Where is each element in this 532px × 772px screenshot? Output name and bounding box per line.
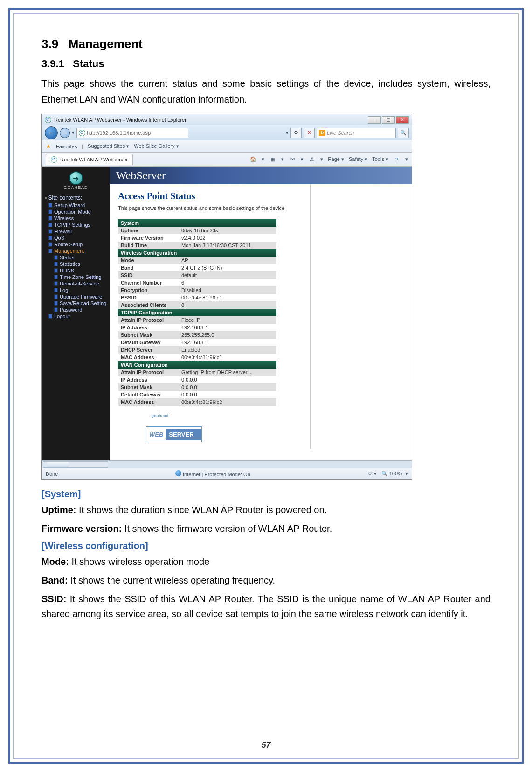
row-key: IP Address xyxy=(118,324,179,331)
sidebar-item-firewall[interactable]: Firewall xyxy=(44,228,108,235)
sidebar-item-save-reload-setting[interactable]: Save/Reload Setting xyxy=(44,300,108,306)
row-key: Build Time xyxy=(118,242,179,249)
sidebar-item-ddns[interactable]: DDNS xyxy=(44,267,108,274)
protected-mode-icon[interactable]: 🛡 ▾ xyxy=(367,471,377,476)
cmd-safety[interactable]: Safety ▾ xyxy=(349,156,367,162)
site-icon xyxy=(79,130,85,136)
folder-icon xyxy=(54,275,58,279)
row-value: 0.0.0.0 xyxy=(179,376,276,383)
sidebar-header: ▪ Site contents: xyxy=(44,194,108,202)
nav-dropdown-icon[interactable]: ▾ xyxy=(72,130,75,136)
table-row: ModeAP xyxy=(118,257,276,264)
row-key: SSID xyxy=(118,271,179,279)
status-left: Done xyxy=(46,471,58,477)
close-button[interactable]: ✕ xyxy=(396,116,409,124)
def-firmware: Firmware version: It shows the firmware … xyxy=(41,521,491,536)
back-button[interactable]: ← xyxy=(45,126,58,139)
sidebar-item-status[interactable]: Status xyxy=(44,254,108,261)
search-placeholder: Live Search xyxy=(327,130,354,136)
cmd-tools[interactable]: Tools ▾ xyxy=(372,156,388,162)
table-row: IP Address0.0.0.0 xyxy=(118,376,276,383)
feeds-icon[interactable]: ▦ xyxy=(269,156,276,163)
sidebar-item-wireless[interactable]: Wireless xyxy=(44,215,108,222)
navigation-bar: ← → ▾ http://192.168.1.1/home.asp ▾ ⟳ ✕ … xyxy=(42,125,412,140)
row-value: 192.168.1.1 xyxy=(179,324,276,331)
badge-top-text: goahead xyxy=(132,413,188,418)
sidebar-item-qos[interactable]: QoS xyxy=(44,235,108,241)
minimize-button[interactable]: – xyxy=(368,116,381,124)
status-table: SystemUptime0day:1h:6m:23sFirmware Versi… xyxy=(118,219,276,406)
sidebar-item-denial-of-service[interactable]: Denial-of-Service xyxy=(44,280,108,287)
sidebar-item-upgrade-firmware[interactable]: Upgrade Firmware xyxy=(44,293,108,300)
mail-icon[interactable]: ✉ xyxy=(289,156,296,163)
sidebar-item-log[interactable]: Log xyxy=(44,287,108,293)
row-key: Attain IP Protocol xyxy=(118,369,179,376)
sidebar-item-setup-wizard[interactable]: Setup Wizard xyxy=(44,202,108,209)
search-box[interactable]: b Live Search xyxy=(317,128,396,138)
row-key: Encryption xyxy=(118,286,179,294)
row-key: Uptime xyxy=(118,227,179,234)
folder-icon xyxy=(48,249,52,253)
favorites-label[interactable]: Favorites xyxy=(56,144,77,149)
sidebar-item-logout[interactable]: Logout xyxy=(44,313,108,320)
folder-icon xyxy=(48,242,52,247)
row-key: DHCP Server xyxy=(118,346,179,354)
sidebar-item-operation-mode[interactable]: Operation Mode xyxy=(44,209,108,215)
row-value: 6 xyxy=(179,279,276,286)
sidebar: ➜ GOAHEAD ▪ Site contents: Setup WizardO… xyxy=(42,167,110,460)
home-icon[interactable]: 🏠 xyxy=(249,156,257,163)
row-key: Subnet Mask xyxy=(118,331,179,339)
row-value: 00:e0:4c:81:96:c1 xyxy=(179,354,276,361)
search-button[interactable]: 🔍 xyxy=(398,128,409,138)
folder-icon xyxy=(54,307,58,312)
addr-dropdown-icon[interactable]: ▾ xyxy=(286,130,289,136)
table-row: Band2.4 GHz (B+G+N) xyxy=(118,264,276,271)
sidebar-item-tcp-ip-settings[interactable]: TCP/IP Settings xyxy=(44,222,108,228)
zoom-icon[interactable]: 🔍 xyxy=(381,471,388,476)
row-value: 255.255.255.0 xyxy=(179,331,276,339)
table-row: Uptime0day:1h:6m:23s xyxy=(118,227,276,234)
cmd-page[interactable]: Page ▾ xyxy=(328,156,344,162)
print-icon[interactable]: 🖶 xyxy=(308,156,316,163)
maximize-button[interactable]: ▢ xyxy=(382,116,395,124)
webserver-app: ➜ GOAHEAD ▪ Site contents: Setup WizardO… xyxy=(42,167,412,460)
row-value: 0 xyxy=(179,301,276,309)
fav-link-suggested[interactable]: Suggested Sites ▾ xyxy=(88,143,129,149)
section-number: 3.9 xyxy=(41,37,58,51)
subsection-heading: 3.9.1 Status xyxy=(41,58,491,70)
sidebar-item-management[interactable]: Management xyxy=(44,248,108,254)
table-section-header: WAN Configuration xyxy=(118,361,276,369)
refresh-button[interactable]: ⟳ xyxy=(290,128,302,138)
row-value: Getting IP from DHCP server... xyxy=(179,369,276,376)
folder-icon xyxy=(54,288,58,292)
address-bar[interactable]: http://192.168.1.1/home.asp xyxy=(76,128,188,138)
stop-button[interactable]: ✕ xyxy=(304,128,315,138)
favorites-star-icon[interactable]: ★ xyxy=(46,143,51,150)
sidebar-item-password[interactable]: Password xyxy=(44,306,108,313)
row-value: AP xyxy=(179,257,276,264)
sidebar-item-route-setup[interactable]: Route Setup xyxy=(44,241,108,248)
row-key: MAC Address xyxy=(118,354,179,361)
row-value: 2.4 GHz (B+G+N) xyxy=(179,264,276,271)
row-key: Default Gateway xyxy=(118,339,179,346)
folder-icon xyxy=(48,223,52,227)
url-text: http://192.168.1.1/home.asp xyxy=(87,130,151,136)
tab-favicon xyxy=(51,156,57,163)
sidebar-item-time-zone-setting[interactable]: Time Zone Setting xyxy=(44,274,108,280)
fav-link-webslice[interactable]: Web Slice Gallery ▾ xyxy=(134,143,179,149)
sidebar-item-statistics[interactable]: Statistics xyxy=(44,261,108,267)
browser-screenshot: Realtek WLAN AP Webserver - Windows Inte… xyxy=(41,114,412,480)
row-key: Mode xyxy=(118,257,179,264)
forward-button[interactable]: → xyxy=(60,128,70,138)
browser-tab[interactable]: Realtek WLAN AP Webserver xyxy=(46,154,133,165)
system-group-header: [System] xyxy=(41,489,491,500)
table-row: MAC Address00:e0:4c:81:96:c1 xyxy=(118,354,276,361)
horizontal-scrollbar[interactable] xyxy=(42,460,412,468)
def-band: Band: It shows the current wireless oper… xyxy=(41,573,491,588)
row-key: Channel Number xyxy=(118,279,179,286)
help-icon[interactable]: ? xyxy=(393,156,401,163)
row-key: Subnet Mask xyxy=(118,383,179,391)
badge-left: WEB xyxy=(146,429,166,440)
row-value: 0.0.0.0 xyxy=(179,383,276,391)
status-mode: Internet | Protected Mode: On xyxy=(183,472,250,477)
